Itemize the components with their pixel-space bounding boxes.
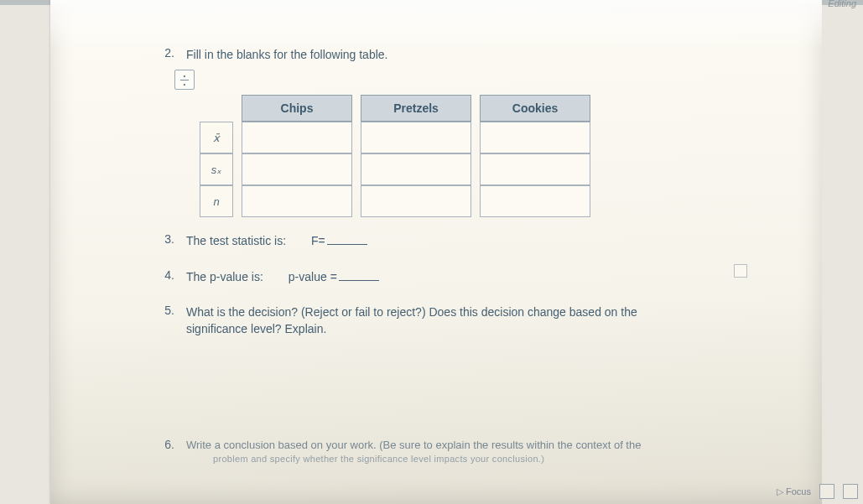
table-resize-handle[interactable] [734, 264, 747, 278]
col-header-chips: Chips [242, 95, 352, 122]
equation-editor-icon[interactable]: • • [174, 70, 195, 90]
row-label-sx: sₓ [200, 153, 233, 185]
question-2: 2. Fill in the blanks for the following … [159, 46, 772, 63]
q4-blank[interactable] [339, 280, 379, 281]
cell-n-chips[interactable] [242, 185, 352, 217]
cell-xbar-cookies[interactable] [480, 122, 590, 153]
question-4: 4. The p-value is: p-value = [159, 268, 772, 285]
view-mode-button-1[interactable] [819, 484, 834, 499]
q4-number: 4. [159, 268, 174, 285]
cell-sx-pretzels[interactable] [361, 153, 471, 185]
q2-text: Fill in the blanks for the following tab… [186, 46, 387, 63]
question-3: 3. The test statistic is: F= [159, 232, 772, 249]
q3-label: The test statistic is: [186, 232, 286, 249]
focus-label[interactable]: ▷ Focus [777, 486, 811, 497]
row-label-xbar: x̄ [200, 122, 233, 153]
view-mode-button-2[interactable] [843, 484, 858, 499]
q2-number: 2. [159, 46, 174, 63]
document-page: 2. Fill in the blanks for the following … [50, 0, 822, 504]
blanks-table: Chips Pretzels Cookies x̄ sₓ n [191, 95, 599, 217]
cell-sx-chips[interactable] [242, 153, 352, 185]
page-content: 2. Fill in the blanks for the following … [159, 46, 772, 504]
cell-sx-cookies[interactable] [480, 153, 590, 185]
q3-number: 3. [159, 232, 174, 249]
q4-label: The p-value is: [186, 268, 263, 285]
status-bar: ▷ Focus [777, 484, 858, 499]
page-glare [50, 0, 822, 50]
q3-stat: F= [311, 234, 325, 247]
question-6: 6. Write a conclusion based on your work… [159, 438, 772, 464]
table-corner [200, 95, 233, 122]
q4-stat: p-value = [289, 270, 337, 283]
caret-icon: ▷ [777, 486, 783, 496]
q6-subtext: problem and specify whether the signific… [213, 454, 641, 464]
q5-text: What is the decision? (Reject or fail to… [186, 304, 656, 338]
cell-n-cookies[interactable] [480, 185, 590, 217]
q6-number: 6. [159, 438, 174, 464]
q5-number: 5. [159, 304, 174, 338]
col-header-pretzels: Pretzels [361, 95, 471, 122]
row-label-n: n [200, 185, 233, 217]
corner-label: Editing [828, 0, 856, 8]
cell-n-pretzels[interactable] [361, 185, 471, 217]
q3-blank[interactable] [327, 244, 367, 245]
q6-text: Write a conclusion based on your work. (… [186, 438, 641, 454]
cell-xbar-chips[interactable] [242, 122, 352, 153]
col-header-cookies: Cookies [480, 95, 590, 122]
question-5: 5. What is the decision? (Reject or fail… [159, 304, 772, 338]
cell-xbar-pretzels[interactable] [361, 122, 471, 153]
